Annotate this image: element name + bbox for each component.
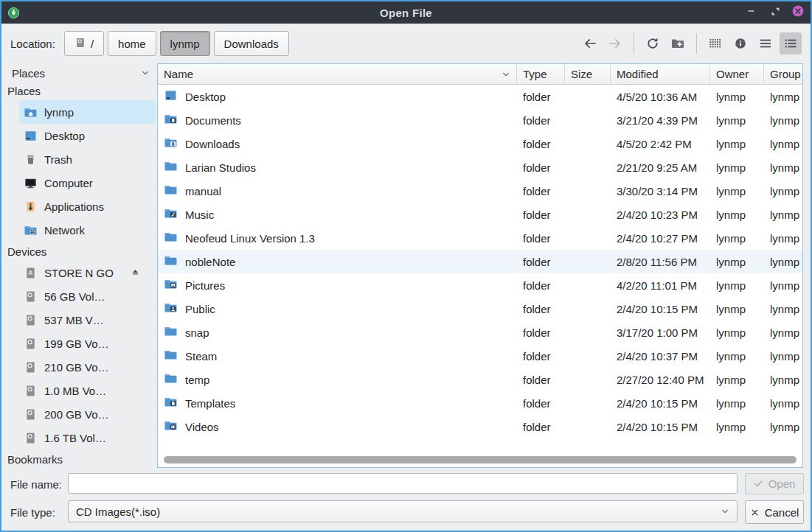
list-view-button[interactable]: [754, 32, 777, 55]
sidebar-entry-label: Devices: [7, 245, 46, 258]
sidebar-item-volume-200gb[interactable]: 200 GB Vo…: [19, 402, 156, 426]
drive-icon: [74, 37, 86, 51]
reload-button[interactable]: [642, 32, 664, 55]
sidebar-list: Places lynmp Desktop Trash: [1, 81, 157, 468]
Videos[interactable]: Videos folder 2/4/20 10:15 PM lynmp lynm…: [158, 415, 802, 438]
file-name-cell: Videos: [185, 421, 219, 433]
column-header-owner[interactable]: Owner: [710, 64, 764, 84]
Larian Studios[interactable]: Larian Studios folder 2/21/20 9:25 AM ly…: [158, 155, 802, 179]
file-list-panel: Name Type Size Modified Owner Group Desk…: [157, 63, 803, 468]
Documents[interactable]: Documents folder 3/21/20 4:39 PM lynmp l…: [158, 108, 802, 132]
Downloads[interactable]: Downloads folder 4/5/20 2:42 PM lynmp ly…: [158, 132, 802, 155]
sidebar-item-applications[interactable]: Applications: [19, 195, 156, 218]
file-owner-cell: lynmp: [710, 138, 764, 150]
location-label: Location:: [10, 38, 55, 50]
icon-view-button[interactable]: [704, 32, 726, 55]
file-owner-cell: lynmp: [710, 326, 764, 339]
file-type-label: File type:: [10, 506, 55, 519]
open-button[interactable]: Open: [745, 473, 804, 494]
restore-button[interactable]: [768, 6, 782, 19]
Templates[interactable]: Templates folder 2/4/20 10:15 PM lynmp l…: [158, 391, 802, 415]
Neofeud Linux Version 1.3[interactable]: Neofeud Linux Version 1.3 folder 2/4/20 …: [158, 226, 802, 250]
places-combo[interactable]: Places: [1, 65, 157, 81]
sidebar-item-volume-199gb[interactable]: 199 GB Vo…: [19, 332, 156, 355]
column-header-modified[interactable]: Modified: [611, 64, 710, 84]
toolbar-separator: [696, 33, 697, 54]
sidebar-item-network[interactable]: Network: [19, 218, 156, 242]
sidebar-entry-label: 56 GB Vol…: [44, 290, 105, 303]
file-owner-cell: lynmp: [710, 397, 764, 410]
temp[interactable]: temp folder 2/27/20 12:40 PM lynmp lynmp: [158, 368, 802, 391]
table-header: Name Type Size Modified Owner Group: [158, 64, 802, 85]
Music[interactable]: Music folder 2/4/20 10:23 PM lynmp lynmp: [158, 203, 802, 226]
sidebar-item-desktop[interactable]: Desktop: [19, 124, 156, 147]
nobleNote[interactable]: nobleNote folder 2/8/20 11:56 PM lynmp l…: [158, 250, 802, 273]
file-group-cell: lynmp: [764, 256, 802, 268]
forward-button[interactable]: [604, 32, 626, 55]
detailed-list-view-icon: [783, 36, 798, 51]
sidebar-item-trash[interactable]: Trash: [19, 147, 156, 171]
app-icon[interactable]: [7, 7, 20, 19]
sidebar-item-volume-210gb[interactable]: 210 GB Vo…: [19, 355, 156, 379]
manual[interactable]: manual folder 3/30/20 3:14 PM lynmp lynm…: [158, 179, 802, 203]
Pictures[interactable]: Pictures folder 4/2/20 11:01 PM lynmp ly…: [158, 273, 802, 297]
sidebar-item-store-n-go[interactable]: STORE N GO: [19, 261, 156, 284]
sidebar-item-volume-56gb[interactable]: 56 GB Vol…: [19, 284, 156, 308]
open-file-dialog: Open File Location: / home lynmp Downloa…: [0, 0, 812, 532]
file-group-cell: lynmp: [764, 350, 802, 363]
file-group-cell: lynmp: [764, 421, 802, 433]
cancel-button[interactable]: Cancel: [745, 500, 804, 524]
file-modified-cell: 2/21/20 9:25 AM: [611, 161, 710, 174]
sidebar-item-volume-537mb[interactable]: 537 MB V…: [19, 308, 156, 332]
file-name-label: File name:: [10, 478, 62, 491]
places-combo-label: Places: [12, 67, 45, 80]
file-type-cell: folder: [517, 91, 565, 103]
file-group-cell: lynmp: [764, 209, 802, 221]
sidebar-entry-label: lynmp: [44, 106, 74, 119]
close-icon: [791, 4, 805, 21]
file-type-cell: folder: [517, 279, 565, 292]
compact-view-button[interactable]: [729, 32, 752, 55]
toolbar: Location: / home lynmp Downloads: [1, 24, 811, 63]
toolbar-separator: [634, 33, 634, 54]
snap[interactable]: snap folder 3/17/20 1:00 PM lynmp lynmp: [158, 321, 802, 344]
sidebar-item-lynmp[interactable]: lynmp: [19, 100, 156, 124]
breadcrumb-home[interactable]: home: [108, 31, 156, 56]
file-type-select[interactable]: CD Images(*.iso): [68, 500, 738, 522]
breadcrumb-lynmp[interactable]: lynmp: [160, 31, 210, 56]
folder-templates-icon: [164, 395, 178, 411]
file-group-cell: lynmp: [764, 326, 802, 339]
Public[interactable]: Public folder 2/4/20 10:15 PM lynmp lynm…: [158, 297, 802, 321]
file-name-cell: Downloads: [185, 138, 240, 150]
horizontal-scrollbar[interactable]: [164, 456, 797, 463]
Desktop[interactable]: Desktop folder 4/5/20 10:36 AM lynmp lyn…: [158, 85, 802, 108]
minimize-button[interactable]: [746, 6, 759, 19]
folder-music-icon: [164, 206, 178, 223]
sidebar-item-volume-16tb[interactable]: 1.6 TB Vol…: [19, 426, 156, 449]
column-header-type[interactable]: Type: [517, 64, 565, 84]
column-header-group[interactable]: Group: [764, 64, 802, 84]
breadcrumb-filesystem-root[interactable]: /: [64, 31, 104, 56]
file-owner-cell: lynmp: [710, 232, 764, 245]
file-owner-cell: lynmp: [710, 279, 764, 292]
sidebar-item-volume-1mb[interactable]: 1.0 MB Vo…: [19, 379, 156, 402]
detailed-list-view-button[interactable]: [780, 32, 802, 55]
file-name-cell: Neofeud Linux Version 1.3: [185, 232, 315, 245]
back-button[interactable]: [579, 32, 601, 55]
column-header-size[interactable]: Size: [565, 64, 611, 84]
sidebar-entry-label: Desktop: [44, 130, 85, 142]
sidebar-entry-label: Bookmarks: [7, 453, 63, 466]
file-name-input[interactable]: [68, 473, 738, 494]
toolbar-buttons: [579, 32, 802, 55]
sidebar-item-computer[interactable]: Computer: [19, 171, 156, 195]
Steam[interactable]: Steam folder 2/4/20 10:37 PM lynmp lynmp: [158, 344, 802, 368]
scrollbar-thumb[interactable]: [164, 456, 797, 463]
close-button[interactable]: [791, 6, 805, 19]
eject-button[interactable]: [131, 267, 140, 279]
file-type-cell: folder: [517, 161, 565, 174]
file-name-cell: Desktop: [185, 91, 226, 103]
new-folder-button[interactable]: [667, 32, 689, 55]
breadcrumb-downloads[interactable]: Downloads: [214, 31, 289, 56]
file-type-cell: folder: [517, 303, 565, 315]
column-header-name[interactable]: Name: [158, 64, 517, 84]
